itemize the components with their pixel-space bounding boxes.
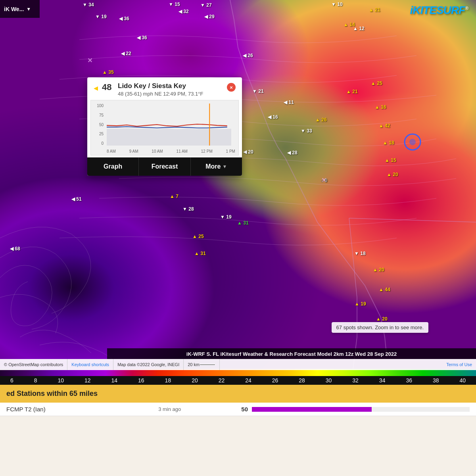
svg-marker-10 <box>107 129 231 146</box>
wind-marker: ▲ 26 <box>315 117 327 123</box>
terms-text: Terms of Use <box>446 362 472 367</box>
wind-marker: ◀ 68 <box>10 246 20 251</box>
osm-text: © OpenStreetMap contributors <box>4 362 63 367</box>
wind-marker: ◀ 11 <box>284 100 294 105</box>
zoom-tooltip: 67 spots shown. Zoom in to see more. <box>332 322 428 333</box>
wind-marker: ▲ 44 <box>379 287 390 292</box>
wind-marker: ▼ 21 <box>252 88 264 94</box>
svg-rect-5 <box>0 0 476 369</box>
wind-marker: ◀ 29 <box>204 14 215 19</box>
wind-marker: ◀ 51 <box>71 196 82 202</box>
wind-marker: ▲ 20 <box>387 172 398 177</box>
wind-marker: ▲ 12 <box>353 26 365 31</box>
top-bar-menu[interactable]: iK We... ▼ <box>0 0 40 18</box>
chart-y-labels: 100 75 50 25 0 <box>91 104 105 146</box>
wind-marker: ▲ 19 <box>355 301 366 307</box>
station-row[interactable]: FCMP T2 (Ian) 3 min ago 50 <box>0 403 476 416</box>
wind-marker: ▼ 18 <box>354 251 366 256</box>
wind-marker: ▲ 15 <box>385 157 396 163</box>
wind-marker: ▼ 10 <box>331 2 343 7</box>
wind-marker: ◀ 22 <box>121 51 131 56</box>
bottom-panel: ed Stations within 65 miles FCMP T2 (Ian… <box>0 385 476 476</box>
wind-marker: ▲ 35 <box>102 69 114 75</box>
wind-marker: ◀ 32 <box>178 9 189 14</box>
openstreetmap-credit: © OpenStreetMap contributors <box>0 359 67 370</box>
wind-marker: ▲ 21 <box>369 7 380 13</box>
wind-marker: ▼ 19 <box>95 14 107 19</box>
station-bar <box>252 407 470 412</box>
location-popup: ◂ 48 Lido Key / Siesta Key 48 (35-61) mp… <box>87 77 242 176</box>
terms-of-use-link[interactable]: Terms of Use <box>442 359 476 370</box>
station-bar-fill <box>252 407 372 412</box>
wind-marker: ▲ 31 <box>237 220 249 226</box>
tab-forecast[interactable]: Forecast <box>139 157 190 176</box>
wind-marker: ▼ 19 <box>220 214 232 220</box>
model-info-bar: iK-WRF S. FL iKitesurf Weather & Researc… <box>107 348 476 359</box>
wind-marker: ◀ 20 <box>243 149 253 155</box>
scale-bar-container: 20 km <box>184 359 220 370</box>
app-logo: iKITESURF® <box>410 4 468 17</box>
wind-marker: ▼ 34 <box>83 2 94 8</box>
popup-close-button[interactable]: × <box>227 83 236 92</box>
popup-title-block: Lido Key / Siesta Key 48 (35-61) mph NE … <box>118 82 223 97</box>
wind-marker: ▲ 16 <box>375 104 386 110</box>
wind-marker: ▼ 33 <box>301 128 312 134</box>
wind-marker: ▲ 21 <box>346 89 358 94</box>
svg-text:✕: ✕ <box>87 57 92 64</box>
wind-chart: 100 75 50 25 0 8 AM 9 AM <box>90 100 239 155</box>
station-value: 50 <box>224 406 248 413</box>
popup-tabs: Graph Forecast More ▼ <box>87 157 242 176</box>
wind-marker: ▼ 27 <box>200 2 212 8</box>
wind-marker: ▲ 42 <box>379 123 390 129</box>
wind-marker: ▲ 20 <box>376 316 388 322</box>
popup-speed: 48 <box>102 82 114 92</box>
popup-location-name: Lido Key / Siesta Key <box>118 82 223 90</box>
wind-marker: ▲ 31 <box>194 251 206 256</box>
wind-visualization: ✕ ✕ <box>0 0 476 369</box>
wind-marker: ◀ 16 <box>268 114 278 120</box>
wind-marker: ◀ 36 <box>119 16 129 21</box>
tab-more[interactable]: More ▼ <box>191 157 242 176</box>
wind-marker: ▼ 28 <box>182 206 194 212</box>
wind-marker: ▲ 7 <box>170 194 178 199</box>
wind-marker: ▲ 18 <box>383 140 394 146</box>
popup-detail: 48 (35-61) mph NE 12:49 PM, 73.1°F <box>118 91 223 97</box>
map-data-credit: Map data ©2022 Google, INEGI <box>113 359 184 370</box>
legend-numbers: 6 8 10 12 14 16 18 20 22 24 26 28 30 32 … <box>0 376 476 385</box>
zoom-tip-text: 67 spots shown. Zoom in to see more. <box>336 324 424 330</box>
wind-direction-icon: ◂ <box>94 83 98 93</box>
wind-marker: ▼ 15 <box>169 2 180 7</box>
chart-x-labels: 8 AM 9 AM 10 AM 11 AM 12 PM 1 PM <box>107 149 235 154</box>
scale-text: 20 km <box>188 362 200 367</box>
keyboard-shortcuts-text: Keyboard shortcuts <box>71 362 109 367</box>
bottom-panel-title: ed Stations within 65 miles <box>6 390 98 397</box>
attribution-bar: © OpenStreetMap contributors Keyboard sh… <box>0 359 476 370</box>
wind-marker: ◀ 26 <box>243 53 253 58</box>
popup-chart-container: 100 75 50 25 0 8 AM 9 AM <box>87 100 242 157</box>
top-bar-label: iK We... <box>4 6 24 12</box>
wind-marker: ▲ 25 <box>371 81 382 86</box>
keyboard-shortcuts-link[interactable]: Keyboard shortcuts <box>67 359 113 370</box>
dropdown-arrow-icon: ▼ <box>26 6 31 12</box>
station-time: 3 min ago <box>115 406 225 412</box>
svg-point-7 <box>409 139 416 145</box>
wind-marker: ◀ 28 <box>287 150 298 155</box>
map-background[interactable]: ✕ ✕ ▼ 34 ▼ 15 ▼ 27 ▼ 19 ◀ 36 ◀ 32 ◀ 29 ▼… <box>0 0 476 369</box>
wind-marker: ○ 0 <box>321 178 327 183</box>
scale-bar <box>200 364 215 365</box>
model-text: iK-WRF S. FL iKitesurf Weather & Researc… <box>186 351 397 357</box>
wind-marker: ◀ 36 <box>137 35 147 40</box>
wind-marker: ▲ 25 <box>192 234 204 239</box>
station-name: FCMP T2 (Ian) <box>6 406 115 413</box>
bottom-panel-header: ed Stations within 65 miles <box>0 385 476 403</box>
popup-header: ◂ 48 Lido Key / Siesta Key 48 (35-61) mp… <box>87 77 242 100</box>
chart-svg <box>107 104 235 146</box>
wind-marker: ▲ 20 <box>373 267 384 273</box>
tab-graph[interactable]: Graph <box>87 157 139 176</box>
scale-line <box>200 364 215 365</box>
map-data-text: Map data ©2022 Google, INEGI <box>117 362 179 367</box>
